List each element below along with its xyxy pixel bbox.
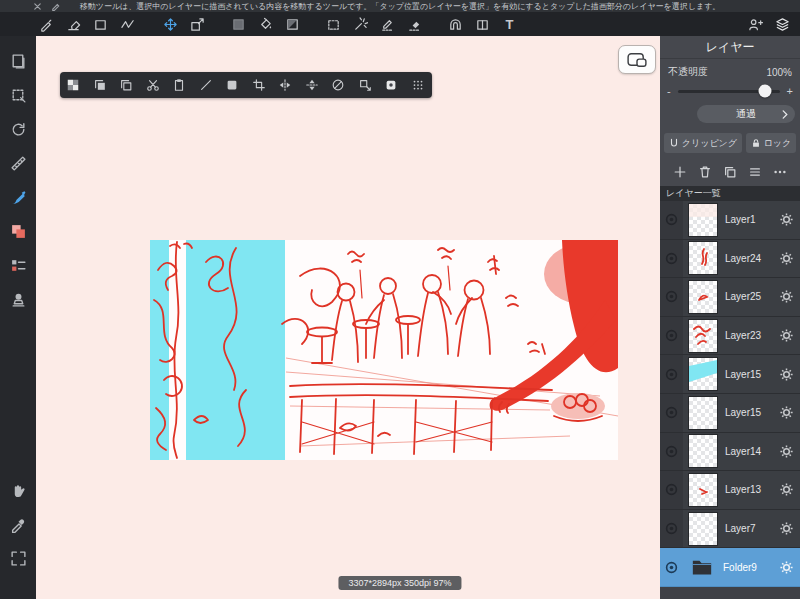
layer-row[interactable]: Layer14	[660, 433, 800, 472]
marquee-select-button[interactable]	[320, 12, 347, 36]
layer-row[interactable]: Layer1	[660, 201, 800, 240]
select-panel-button[interactable]	[0, 78, 36, 112]
layer-row[interactable]: Layer15	[660, 394, 800, 433]
fullscreen-button[interactable]	[0, 541, 36, 575]
layer-row-selected[interactable]: Folder9	[660, 548, 800, 587]
eye-icon	[664, 521, 679, 536]
more-options-button[interactable]	[770, 163, 790, 181]
polyline-tool-button[interactable]	[114, 12, 141, 36]
transform-tool-button[interactable]	[184, 12, 211, 36]
move-tool-button[interactable]	[157, 12, 184, 36]
palette-list-icon	[10, 257, 27, 274]
layer-settings-gear-icon[interactable]	[779, 521, 794, 536]
selection-toolbar	[60, 72, 432, 98]
blend-mode-button[interactable]: 通過	[697, 105, 795, 123]
layer-settings-gear-icon[interactable]	[779, 367, 794, 382]
visibility-toggle[interactable]	[660, 278, 683, 316]
canvas-menu-button[interactable]	[0, 44, 36, 78]
layer-row[interactable]: Layer23	[660, 317, 800, 356]
material-panel-button[interactable]	[0, 282, 36, 316]
visibility-toggle[interactable]	[660, 201, 683, 239]
lock-icon	[751, 138, 761, 148]
layer-settings-gear-icon[interactable]	[779, 405, 794, 420]
opacity-slider-track[interactable]	[678, 90, 780, 93]
opacity-plus-button[interactable]: +	[787, 85, 793, 97]
layer-row[interactable]: Layer25	[660, 278, 800, 317]
visibility-toggle[interactable]	[660, 394, 683, 432]
add-layer-button[interactable]	[670, 163, 690, 181]
flip-horizontal-button[interactable]	[272, 72, 299, 98]
layer-settings-gear-icon[interactable]	[779, 328, 794, 343]
layer-row[interactable]: Layer15	[660, 355, 800, 394]
toolbar-drag-handle[interactable]	[405, 72, 432, 98]
visibility-toggle[interactable]	[660, 433, 683, 471]
duplicate-layer-button[interactable]	[720, 163, 740, 181]
snap-icon	[448, 17, 463, 32]
navigator-button[interactable]	[618, 45, 656, 74]
polyline-icon	[120, 17, 135, 32]
bucket-tool-button[interactable]	[252, 12, 279, 36]
layer-settings-gear-icon[interactable]	[779, 289, 794, 304]
history-button[interactable]	[0, 112, 36, 146]
canvas-area[interactable]	[36, 36, 660, 599]
delete-layer-button[interactable]	[695, 163, 715, 181]
bucket-icon	[258, 17, 273, 32]
paste-button[interactable]	[166, 72, 193, 98]
opacity-minus-button[interactable]: -	[667, 85, 671, 97]
color-swatch-button[interactable]	[225, 12, 252, 36]
lock-button[interactable]: ロック	[746, 133, 796, 153]
layers-icon	[775, 17, 790, 32]
copy-button[interactable]	[87, 72, 114, 98]
cut-button[interactable]	[140, 72, 167, 98]
share-user-button[interactable]	[742, 12, 769, 36]
palette-panel-button[interactable]	[0, 248, 36, 282]
snap-tool-button[interactable]	[442, 12, 469, 36]
layer-settings-gear-icon[interactable]	[779, 212, 794, 227]
layer-row[interactable]: Layer13	[660, 471, 800, 510]
layer-settings-gear-icon[interactable]	[779, 444, 794, 459]
hand-tool-button[interactable]	[0, 473, 36, 507]
duplicate-button[interactable]	[113, 72, 140, 98]
deselect-button[interactable]	[325, 72, 352, 98]
visibility-toggle[interactable]	[660, 548, 683, 586]
clipping-button[interactable]: クリッピング	[664, 133, 742, 153]
text-tool-button[interactable]: T	[496, 12, 523, 36]
eye-icon	[664, 405, 679, 420]
divide-tool-button[interactable]	[469, 12, 496, 36]
layer-name: Layer23	[725, 330, 779, 341]
select-eraser-button[interactable]	[401, 12, 428, 36]
shape-tool-button[interactable]	[87, 12, 114, 36]
visibility-toggle[interactable]	[660, 317, 683, 355]
expand-selection-button[interactable]	[352, 72, 379, 98]
layer-settings-gear-icon[interactable]	[779, 560, 794, 575]
layer-row[interactable]: Layer24	[660, 240, 800, 279]
canvas-artwork[interactable]	[150, 240, 618, 460]
pencil-icon[interactable]	[51, 2, 60, 11]
visibility-toggle[interactable]	[660, 471, 683, 509]
invert-button[interactable]	[378, 72, 405, 98]
layer-settings-gear-icon[interactable]	[779, 251, 794, 266]
visibility-toggle[interactable]	[660, 510, 683, 548]
layer-list-menu-button[interactable]	[745, 163, 765, 181]
layer-settings-gear-icon[interactable]	[779, 482, 794, 497]
visibility-toggle[interactable]	[660, 355, 683, 393]
pen-tool-button[interactable]	[33, 12, 60, 36]
visibility-toggle[interactable]	[660, 240, 683, 278]
line-tool-button[interactable]	[193, 72, 220, 98]
fill-rect-button[interactable]	[219, 72, 246, 98]
crop-button[interactable]	[246, 72, 273, 98]
eraser-tool-button[interactable]	[60, 12, 87, 36]
close-icon[interactable]	[33, 2, 42, 11]
layer-row[interactable]: Layer7	[660, 510, 800, 549]
ruler-button[interactable]	[0, 146, 36, 180]
opacity-slider-knob[interactable]	[759, 85, 772, 98]
brush-panel-button[interactable]	[0, 180, 36, 214]
eyedropper-button[interactable]	[0, 507, 36, 541]
layers-panel-toggle-button[interactable]	[769, 12, 796, 36]
magic-wand-button[interactable]	[347, 12, 374, 36]
select-pen-button[interactable]	[374, 12, 401, 36]
transparent-bg-button[interactable]	[60, 72, 87, 98]
flip-vertical-button[interactable]	[299, 72, 326, 98]
gradient-tool-button[interactable]	[279, 12, 306, 36]
color-panel-button[interactable]	[0, 214, 36, 248]
